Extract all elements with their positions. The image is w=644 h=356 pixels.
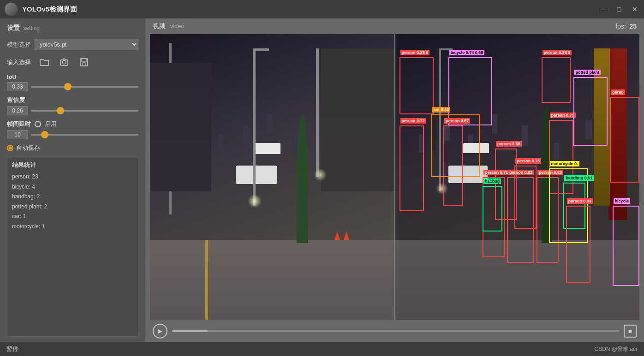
input-select-row: 输入选择	[7, 56, 138, 69]
stats-title: 结果统计	[12, 161, 133, 169]
iou-slider-row	[7, 82, 138, 91]
model-select-label: 模型选择	[7, 41, 31, 49]
video-subtitle: video	[170, 23, 185, 30]
auto-save-row: 自动保存	[7, 144, 138, 152]
video-frame: person 0.35 0 bicycle 0.74 0.65 person 0…	[150, 34, 639, 320]
video-label: 视频	[153, 22, 166, 30]
window-controls: — □ ✕	[599, 5, 639, 14]
fps-label: fps:	[615, 23, 626, 30]
scene-left	[150, 34, 394, 320]
stats-item: handbag: 2	[12, 192, 133, 202]
fps-value: 25	[629, 23, 637, 30]
frame-delay-label: 帧间延时	[7, 120, 31, 128]
maximize-button[interactable]: □	[614, 5, 624, 14]
auto-save-label: 自动保存	[16, 144, 40, 152]
save-input-button[interactable]	[78, 56, 90, 69]
frame-delay-slider[interactable]	[31, 134, 138, 136]
scene-separator	[394, 34, 395, 320]
video-label-group: 视频 video	[153, 22, 185, 30]
iou-slider[interactable]	[31, 86, 138, 88]
title-bar: YOLOv5检测界面 — □ ✕	[0, 0, 644, 18]
settings-heading: 设置 setting	[7, 24, 138, 32]
pause-label: 暂停	[6, 345, 18, 353]
video-header: 视频 video fps: 25	[145, 18, 644, 34]
minimize-button[interactable]: —	[599, 5, 608, 14]
video-area: 视频 video fps: 25	[145, 18, 644, 342]
auto-save-radio[interactable]	[7, 145, 13, 151]
app-title: YOLOv5检测界面	[22, 5, 77, 14]
status-bar: 暂停 CSDN @景唯.acr	[0, 342, 644, 356]
stats-box: 结果统计 person: 23bicycle: 4handbag: 2potte…	[7, 157, 138, 337]
confidence-slider[interactable]	[31, 110, 138, 112]
svg-rect-1	[60, 60, 68, 65]
video-controls: ▶ ■	[145, 320, 644, 342]
frame-delay-enable-label: 启用	[45, 120, 57, 128]
close-button[interactable]: ✕	[630, 5, 639, 14]
input-select-label: 输入选择	[7, 58, 31, 66]
stats-item: bicycle: 4	[12, 182, 133, 192]
confidence-label: 置信度	[7, 96, 138, 104]
stats-item: motorcycle: 1	[12, 222, 133, 232]
fps-group: fps: 25	[615, 23, 637, 30]
stop-button[interactable]: ■	[624, 325, 637, 338]
progress-bar-fill	[172, 330, 208, 332]
frame-delay-spinbox[interactable]	[7, 130, 28, 139]
stop-icon: ■	[628, 327, 632, 335]
confidence-section: 置信度	[7, 96, 138, 115]
frame-delay-radio[interactable]	[35, 121, 41, 127]
confidence-spinbox[interactable]	[7, 106, 28, 115]
street-scene: person 0.35 0 bicycle 0.74 0.65 person 0…	[150, 34, 639, 320]
play-button[interactable]: ▶	[153, 324, 167, 338]
settings-title: 设置	[7, 24, 20, 31]
play-icon: ▶	[158, 328, 162, 334]
confidence-slider-row	[7, 106, 138, 115]
iou-spinbox[interactable]	[7, 82, 28, 91]
frame-delay-section: 帧间延时 启用	[7, 120, 138, 139]
iou-label: IoU	[7, 73, 138, 80]
svg-point-0	[62, 60, 66, 64]
stats-item: car: 1	[12, 212, 133, 222]
frame-delay-slider-row	[7, 130, 138, 139]
stats-item: person: 23	[12, 172, 133, 182]
model-select-dropdown[interactable]: yolov5s.pt	[35, 39, 138, 50]
scene-right: person 0.35 0 bicycle 0.74 0.65 person 0…	[394, 34, 639, 320]
camera-input-button[interactable]	[58, 56, 71, 69]
progress-bar-track[interactable]	[172, 330, 619, 332]
model-select-row: 模型选择 yolov5s.pt	[7, 39, 138, 50]
svg-rect-3	[83, 63, 85, 66]
stats-list: person: 23bicycle: 4handbag: 2potted pla…	[12, 172, 133, 232]
main-layout: 设置 setting 模型选择 yolov5s.pt 输入选择	[0, 18, 644, 342]
svg-rect-2	[80, 59, 88, 66]
file-input-button[interactable]	[38, 56, 51, 69]
video-canvas: person 0.35 0 bicycle 0.74 0.65 person 0…	[150, 34, 639, 320]
iou-section: IoU	[7, 73, 138, 91]
settings-subtitle: setting	[24, 25, 40, 31]
watermark: CSDN @景唯.acr	[594, 345, 638, 353]
app-logo	[5, 3, 18, 16]
frame-delay-header: 帧间延时 启用	[7, 120, 138, 128]
stats-item: potted plant: 2	[12, 202, 133, 212]
sidebar: 设置 setting 模型选择 yolov5s.pt 输入选择	[0, 18, 145, 342]
